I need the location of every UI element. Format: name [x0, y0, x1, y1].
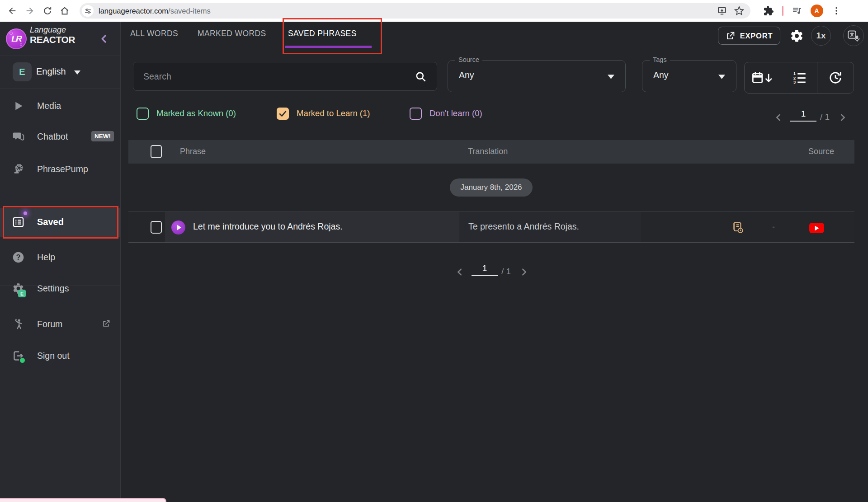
play-icon: [12, 100, 24, 112]
filter-dont-learn[interactable]: Don't learn (0): [410, 107, 482, 120]
url-bar[interactable]: languagereactor.com/saved-items: [80, 3, 750, 19]
profile-separator: [782, 6, 783, 16]
next-page-icon-bottom[interactable]: [519, 267, 529, 277]
sidebar-item-media[interactable]: Media: [0, 94, 121, 119]
url-text: languagereactor.com/saved-items: [99, 7, 211, 15]
column-translation: Translation: [468, 147, 508, 156]
logo-bubble: [9, 32, 13, 35]
sidebar-item-chatbot[interactable]: Chatbot NEW!: [0, 124, 121, 150]
chevron-down-icon: [74, 70, 80, 75]
prev-page-icon[interactable]: [774, 113, 783, 122]
source-filter-label: Source: [455, 56, 482, 63]
url-host: languagereactor.com: [99, 7, 168, 15]
filter-marked-to-learn[interactable]: Marked to Learn (1): [277, 107, 370, 120]
play-audio-button[interactable]: [171, 221, 185, 235]
source-filter-value: Any: [459, 70, 474, 80]
notification-dot: [24, 211, 27, 215]
saved-list-icon: [12, 216, 24, 228]
checkbox-unchecked: [137, 108, 149, 120]
online-dot: [20, 358, 25, 363]
next-page-icon[interactable]: [838, 113, 848, 122]
tags-filter-label: Tags: [650, 56, 670, 63]
forward-icon[interactable]: [25, 6, 35, 16]
date-group-chip: January 8th, 2026: [450, 178, 533, 197]
playback-speed-button[interactable]: 1x: [811, 26, 831, 46]
language-selector[interactable]: E English: [0, 56, 121, 89]
toast-edge: [0, 498, 166, 502]
sidebar-item-label: Media: [37, 101, 61, 111]
sidebar: LR Language REACTOR E English Media: [0, 22, 121, 502]
tags-filter-select[interactable]: Tags Any: [642, 60, 736, 92]
numbered-list-button[interactable]: 123: [781, 62, 817, 93]
new-badge: NEW!: [91, 131, 114, 141]
translation-cell: Te presento a Andrés Rojas.: [459, 212, 641, 242]
search-input[interactable]: [143, 62, 410, 90]
row-checkbox[interactable]: [151, 221, 162, 234]
reading-list-icon[interactable]: [792, 5, 802, 16]
page-number-input[interactable]: [790, 109, 816, 122]
install-app-icon[interactable]: [717, 6, 727, 16]
export-button[interactable]: EXPORT: [718, 27, 780, 45]
tab-all-words[interactable]: ALL WORDS: [130, 29, 178, 38]
review-history-button[interactable]: [817, 62, 854, 93]
logo-word-top: Language: [30, 25, 66, 35]
tab-saved-phrases[interactable]: SAVED PHRASES: [288, 29, 357, 38]
app-logo[interactable]: LR: [6, 28, 27, 49]
column-phrase: Phrase: [180, 147, 206, 156]
browser-avatar[interactable]: A: [811, 5, 823, 17]
sidebar-item-settings[interactable]: E Settings: [0, 276, 121, 301]
sort-by-date-button[interactable]: [745, 62, 781, 93]
settings-language-badge: E: [18, 290, 26, 297]
help-icon: ?: [12, 251, 24, 263]
sidebar-item-sign-out[interactable]: Sign out: [0, 343, 121, 369]
phrase-text: Let me introduce you to Andrés Rojas.: [193, 221, 343, 232]
logo-word-bottom: REACTOR: [30, 34, 75, 45]
page-number-input-bottom[interactable]: [472, 263, 498, 276]
browser-menu-icon[interactable]: [831, 6, 841, 16]
sidebar-item-help[interactable]: ? Help: [0, 245, 121, 270]
checkbox-label: Marked to Learn (1): [297, 108, 370, 118]
search-icon[interactable]: [415, 70, 427, 83]
table-row: Let me introduce you to Andrés Rojas. Te…: [128, 211, 854, 243]
checkbox-label: Marked as Known (0): [156, 108, 236, 118]
phrase-cell[interactable]: Let me introduce you to Andrés Rojas.: [165, 212, 459, 242]
source-filter-select[interactable]: Source Any: [448, 60, 626, 92]
sidebar-item-label: PhrasePump: [37, 164, 88, 174]
back-icon[interactable]: [7, 6, 17, 16]
screen: languagereactor.com/saved-items A: [0, 0, 868, 502]
prev-page-icon-bottom[interactable]: [455, 267, 465, 277]
view-options-group: 123: [744, 62, 854, 94]
select-all-checkbox[interactable]: [151, 145, 162, 158]
table-header: Phrase Translation Source: [128, 140, 854, 164]
home-icon[interactable]: [60, 6, 70, 16]
sidebar-item-phrasepump[interactable]: PhrasePump: [0, 157, 121, 182]
pump-icon: [12, 163, 24, 175]
reload-icon[interactable]: [42, 6, 52, 16]
bookmark-star-icon[interactable]: [734, 6, 744, 16]
extensions-icon[interactable]: [763, 5, 774, 16]
sidebar-item-label: Help: [37, 252, 55, 263]
checkbox-unchecked: [410, 108, 422, 120]
flashcard-book-icon[interactable]: [731, 221, 744, 234]
divider: [0, 286, 121, 286]
sidebar-collapse-icon[interactable]: [99, 33, 109, 44]
date-group-label: January 8th, 2026: [460, 183, 522, 192]
svg-text:3: 3: [793, 80, 795, 84]
checkbox-label: Don't learn (0): [429, 108, 482, 118]
filter-marked-as-known[interactable]: Marked as Known (0): [137, 107, 236, 120]
sidebar-item-label: Settings: [37, 283, 69, 294]
settings-gear-button[interactable]: [789, 28, 804, 43]
youtube-source-icon[interactable]: [809, 223, 824, 233]
sidebar-item-label: Saved: [37, 217, 64, 227]
tab-marked-words[interactable]: MARKED WORDS: [198, 29, 266, 38]
divider: [0, 89, 121, 89]
sidebar-item-saved[interactable]: Saved: [0, 208, 121, 237]
sidebar-item-forum[interactable]: Forum: [0, 312, 121, 337]
translate-speak-button[interactable]: [843, 25, 864, 46]
site-info-icon[interactable]: [82, 5, 94, 17]
person-waving-icon: [12, 318, 24, 330]
logo-monogram: LR: [11, 34, 21, 44]
language-tile: E: [13, 62, 32, 81]
export-icon: [726, 31, 735, 41]
speed-label: 1x: [816, 31, 826, 41]
